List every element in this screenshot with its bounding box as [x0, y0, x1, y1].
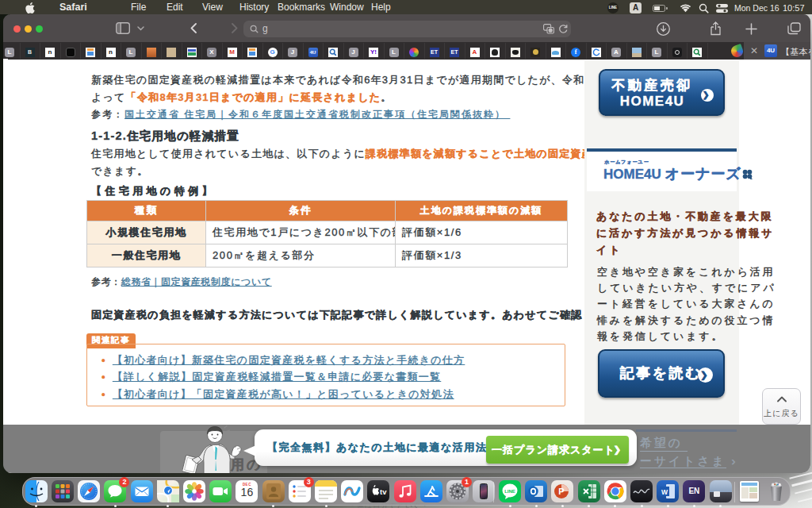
svg-text:W: W: [661, 488, 668, 496]
svg-text:tv: tv: [380, 487, 387, 496]
svg-text:P: P: [559, 487, 565, 496]
svg-text:LINE: LINE: [504, 489, 515, 494]
